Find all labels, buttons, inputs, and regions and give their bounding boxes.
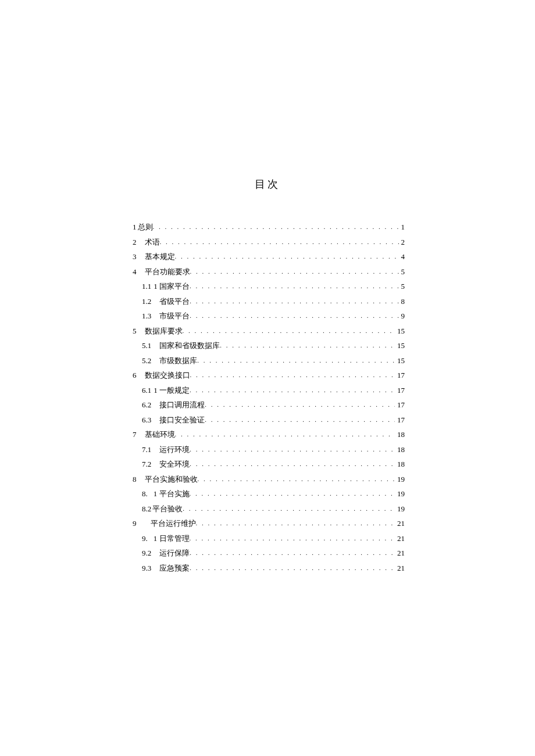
toc-entry-number: 9. <box>142 535 148 542</box>
toc-entry: 1总则1 <box>133 223 405 231</box>
toc-entry-number: 6.2 <box>142 401 151 409</box>
toc-entry-page: 17 <box>395 401 405 409</box>
toc-entry: 6.2接口调用流程17 <box>133 401 405 409</box>
toc-entry-number: 9.2 <box>142 549 151 557</box>
toc-entry-page: 21 <box>395 519 405 527</box>
toc-entry-number: 6.1 <box>142 386 151 394</box>
toc-leader-dots <box>190 372 395 378</box>
toc-entry: 9平台运行维护21 <box>133 519 405 527</box>
toc-entry-page: 8 <box>399 298 405 305</box>
toc-leader-dots <box>197 357 395 364</box>
toc-entry-label: 术语 <box>145 238 160 246</box>
toc-entry-number: 5.1 <box>142 342 151 349</box>
toc-entry: 2术语2 <box>133 238 405 246</box>
toc-entry: 7基础环境18 <box>133 431 405 438</box>
toc-entry-page: 18 <box>395 446 405 453</box>
toc-leader-dots <box>190 313 398 319</box>
toc-leader-dots <box>153 224 399 230</box>
toc-entry-label: 数据库要求 <box>145 327 183 335</box>
toc-leader-dots <box>175 431 395 438</box>
toc-entry-page: 17 <box>395 416 405 424</box>
toc-entry-page: 19 <box>395 475 405 483</box>
toc-leader-dots <box>205 402 395 408</box>
toc-entry-page: 17 <box>395 386 405 394</box>
toc-entry-label: 数据交换接口 <box>145 371 190 379</box>
toc-entry-label: 应急预案 <box>159 564 190 572</box>
toc-entry-number: 9.3 <box>142 564 151 572</box>
toc-leader-dots <box>190 268 399 275</box>
toc-entry-page: 18 <box>395 431 405 438</box>
toc-entry-number: 6 <box>133 371 137 379</box>
toc-entry-number: 8.2 <box>142 505 151 513</box>
toc-entry-label: 市级平台 <box>159 312 190 320</box>
toc-entry-label: 1 平台实施 <box>154 490 190 497</box>
toc-entry-label: 接口调用流程 <box>159 401 205 409</box>
toc-entry-number: 8. <box>142 490 148 497</box>
toc-entry-label: 国家和省级数据库 <box>159 342 220 349</box>
toc-entry: 6.3接口安全验证17 <box>133 416 405 424</box>
toc-entry: 9.1 日常管理21 <box>133 535 405 542</box>
toc-entry: 9.2运行保障21 <box>133 549 405 557</box>
toc-leader-dots <box>190 387 395 393</box>
toc-entry-number: 1 <box>133 223 137 231</box>
toc-entry-number: 4 <box>133 268 137 275</box>
toc-entry-number: 3 <box>133 253 137 260</box>
toc-entry: 7.2安全环境18 <box>133 460 405 468</box>
toc-entry-page: 15 <box>395 327 405 335</box>
toc-leader-dots <box>190 490 395 497</box>
toc-leader-dots <box>190 298 398 304</box>
toc-leader-dots <box>160 239 399 245</box>
toc-leader-dots <box>205 417 395 423</box>
toc-leader-dots <box>183 328 395 334</box>
toc-leader-dots <box>183 506 395 512</box>
toc-entry-page: 5 <box>399 268 405 275</box>
toc-entry: 4平台功能要求5 <box>133 268 405 275</box>
toc-entry-page: 5 <box>399 282 405 290</box>
toc-entry: 8.2平台验收19 <box>133 505 405 513</box>
toc-leader-dots <box>196 520 395 526</box>
toc-leader-dots <box>190 550 395 556</box>
toc-entry-number: 5.2 <box>142 357 151 364</box>
toc-leader-dots <box>190 461 395 467</box>
toc-entry-number: 2 <box>133 238 137 246</box>
toc-entry: 1.3市级平台9 <box>133 312 405 320</box>
toc-entry-label: 省级平台 <box>159 298 190 305</box>
toc-entry-page: 21 <box>395 564 405 572</box>
toc-entry-page: 17 <box>395 371 405 379</box>
toc-entry: 8.1 平台实施19 <box>133 490 405 497</box>
toc-entry-label: 运行环境 <box>159 446 190 453</box>
toc-entry-number: 1.1 <box>142 282 151 290</box>
toc-entry-label: 平台运行维护 <box>151 519 196 527</box>
toc-entry: 5.1国家和省级数据库15 <box>133 342 405 349</box>
toc-entry-label: 总则 <box>138 223 153 231</box>
toc-entry-label: 基础环境 <box>145 431 175 438</box>
toc-leader-dots <box>190 535 395 542</box>
toc-leader-dots <box>175 253 399 260</box>
table-of-contents: 1总则12术语23基本规定44平台功能要求51.11 国家平台51.2省级平台8… <box>133 223 405 572</box>
toc-leader-dots <box>198 476 395 482</box>
toc-entry-label: 市级数据库 <box>159 357 197 364</box>
toc-entry-number: 7 <box>133 431 137 438</box>
toc-leader-dots <box>220 342 395 349</box>
toc-entry-label: 基本规定 <box>145 253 175 260</box>
toc-entry-page: 9 <box>399 312 405 320</box>
toc-entry-number: 9 <box>133 519 137 527</box>
toc-entry-page: 2 <box>399 238 405 246</box>
toc-entry-label: 平台功能要求 <box>145 268 190 275</box>
toc-entry-number: 1.2 <box>142 298 151 305</box>
toc-entry-page: 15 <box>395 357 405 364</box>
toc-entry-number: 7.2 <box>142 460 151 468</box>
toc-entry: 6数据交换接口17 <box>133 371 405 379</box>
toc-entry-label: 安全环境 <box>159 460 190 468</box>
toc-entry: 6.11 一般规定17 <box>133 386 405 394</box>
toc-entry: 7.1运行环境18 <box>133 446 405 453</box>
toc-entry: 5数据库要求15 <box>133 327 405 335</box>
toc-entry-number: 1.3 <box>142 312 151 320</box>
toc-entry-number: 5 <box>133 327 137 335</box>
toc-entry: 1.11 国家平台5 <box>133 282 405 290</box>
toc-entry-label: 平台验收 <box>152 505 183 513</box>
toc-entry-page: 19 <box>395 505 405 513</box>
toc-entry-page: 21 <box>395 535 405 542</box>
toc-entry-label: 1 一般规定 <box>154 386 190 394</box>
toc-entry-page: 1 <box>399 223 405 231</box>
